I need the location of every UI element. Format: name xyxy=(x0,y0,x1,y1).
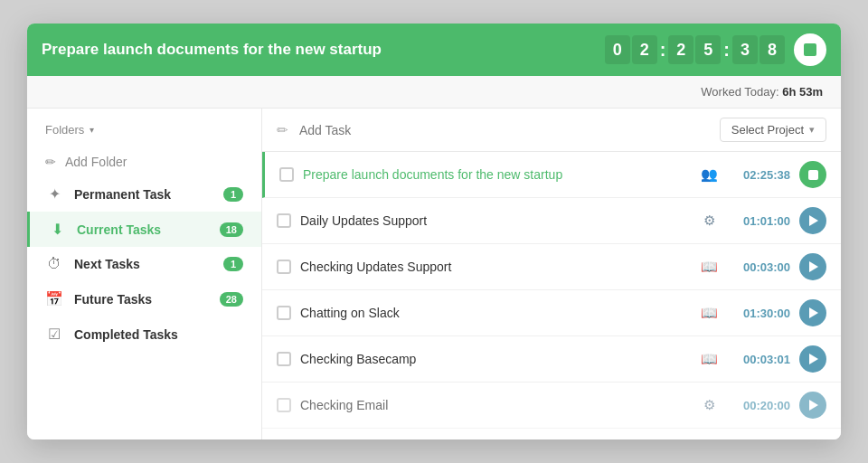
play-task-button[interactable] xyxy=(799,345,826,373)
play-task-button[interactable] xyxy=(799,392,826,419)
worked-today-bar: Worked Today: 6h 53m xyxy=(27,76,841,109)
digit-4: 3 xyxy=(732,35,758,64)
select-project-chevron-icon: ▾ xyxy=(809,124,815,136)
task-checkbox[interactable] xyxy=(277,306,291,320)
digit-2: 2 xyxy=(668,35,693,64)
task-type-icon: 👥 xyxy=(700,166,718,183)
stop-icon xyxy=(804,43,816,56)
digit-1: 2 xyxy=(632,35,657,64)
task-pane: ✏ Select Project ▾ Prepare launch docume… xyxy=(262,109,841,439)
header-title: Prepare launch documents for the new sta… xyxy=(42,41,382,59)
completed-icon: ☑ xyxy=(45,326,63,343)
main-content: Folders ▾ ✏ Add Folder ✦ Permanent Task … xyxy=(27,109,841,439)
task-name: Checking Updates Support xyxy=(300,260,691,274)
future-label: Future Tasks xyxy=(74,292,209,307)
play-icon xyxy=(809,215,818,226)
select-project-label: Select Project xyxy=(731,123,804,137)
task-name: Checking Basecamp xyxy=(300,352,691,366)
select-project-button[interactable]: Select Project ▾ xyxy=(720,118,826,142)
task-list: Prepare launch documents for the new sta… xyxy=(262,152,841,439)
chevron-down-icon: ▾ xyxy=(90,125,94,135)
sidebar-item-current[interactable]: ⬇ Current Tasks 18 xyxy=(27,212,261,247)
worked-value: 6h 53m xyxy=(782,85,823,99)
sidebar-item-permanent[interactable]: ✦ Permanent Task 1 xyxy=(27,176,261,212)
task-type-icon: 📖 xyxy=(700,351,718,367)
table-row: Daily Updates Support ⚙ 01:01:00 xyxy=(262,198,841,244)
table-row: Prepare launch documents for the new sta… xyxy=(262,152,841,198)
completed-label: Completed Tasks xyxy=(74,327,243,342)
add-folder-item[interactable]: ✏ Add Folder xyxy=(27,147,261,176)
timer-display: 0 2 : 2 5 : 3 8 xyxy=(605,35,785,64)
header-right: 0 2 : 2 5 : 3 8 xyxy=(605,33,826,66)
add-task-edit-icon: ✏ xyxy=(277,122,288,138)
task-type-icon: 📖 xyxy=(700,305,718,321)
sidebar-item-completed[interactable]: ☑ Completed Tasks xyxy=(27,317,261,352)
stop-button[interactable] xyxy=(794,33,826,66)
digit-0: 0 xyxy=(605,35,630,64)
next-badge: 1 xyxy=(223,257,243,271)
add-folder-label: Add Folder xyxy=(65,155,127,169)
current-badge: 18 xyxy=(220,222,243,237)
play-task-button[interactable] xyxy=(799,253,826,280)
future-badge: 28 xyxy=(220,292,243,307)
task-checkbox[interactable] xyxy=(277,213,291,228)
next-icon: ⏱ xyxy=(45,256,63,272)
future-icon: 📅 xyxy=(45,290,63,307)
stop-task-button[interactable] xyxy=(799,161,826,188)
sidebar-item-next[interactable]: ⏱ Next Tasks 1 xyxy=(27,247,261,281)
task-type-icon: ⚙ xyxy=(700,213,718,229)
sidebar: Folders ▾ ✏ Add Folder ✦ Permanent Task … xyxy=(27,109,262,439)
task-name: Chatting on Slack xyxy=(300,306,691,320)
header: Prepare launch documents for the new sta… xyxy=(27,24,841,76)
task-checkbox[interactable] xyxy=(277,398,291,412)
task-type-icon: ⚙ xyxy=(700,397,718,413)
task-name: Prepare launch documents for the new sta… xyxy=(303,167,691,182)
table-row: Checking Updates Support 📖 00:03:00 xyxy=(262,244,841,290)
task-timer: 02:25:38 xyxy=(727,168,790,182)
digit-3: 5 xyxy=(695,35,721,64)
task-checkbox[interactable] xyxy=(277,260,291,274)
task-type-icon: 📖 xyxy=(700,259,718,275)
digit-5: 8 xyxy=(760,35,785,64)
colon-1: : xyxy=(660,40,666,61)
app-window: Prepare launch documents for the new sta… xyxy=(27,24,841,439)
table-row: Chatting on Slack 📖 01:30:00 xyxy=(262,290,841,336)
task-timer: 00:20:00 xyxy=(727,399,790,412)
stop-task-icon xyxy=(808,170,818,180)
task-timer: 00:03:00 xyxy=(727,260,790,274)
table-row: Checking Email ⚙ 00:20:00 xyxy=(262,383,841,429)
play-icon xyxy=(809,354,818,364)
task-name: Checking Email xyxy=(300,398,691,412)
play-icon xyxy=(809,307,818,318)
colon-2: : xyxy=(723,40,730,61)
table-row: Checking Basecamp 📖 00:03:01 xyxy=(262,336,841,383)
task-checkbox[interactable] xyxy=(279,167,294,182)
task-timer: 00:03:01 xyxy=(727,353,790,366)
sidebar-item-future[interactable]: 📅 Future Tasks 28 xyxy=(27,281,261,317)
task-checkbox[interactable] xyxy=(277,352,291,366)
add-task-input[interactable] xyxy=(299,123,709,137)
add-task-row: ✏ Select Project ▾ xyxy=(262,109,841,152)
task-timer: 01:01:00 xyxy=(727,214,790,228)
permanent-icon: ✦ xyxy=(45,185,63,203)
current-label: Current Tasks xyxy=(77,222,209,237)
folders-header[interactable]: Folders ▾ xyxy=(27,123,261,147)
next-label: Next Tasks xyxy=(74,257,212,271)
permanent-label: Permanent Task xyxy=(74,187,212,202)
play-task-button[interactable] xyxy=(799,299,826,326)
edit-icon: ✏ xyxy=(45,155,56,169)
task-timer: 01:30:00 xyxy=(727,307,790,320)
permanent-badge: 1 xyxy=(223,187,243,202)
current-icon: ⬇ xyxy=(48,221,66,238)
task-name: Daily Updates Support xyxy=(300,213,691,228)
play-icon xyxy=(809,400,818,411)
folders-label: Folders xyxy=(45,123,84,137)
play-task-button[interactable] xyxy=(799,207,826,234)
play-icon xyxy=(809,261,818,272)
worked-label: Worked Today: xyxy=(701,85,778,99)
